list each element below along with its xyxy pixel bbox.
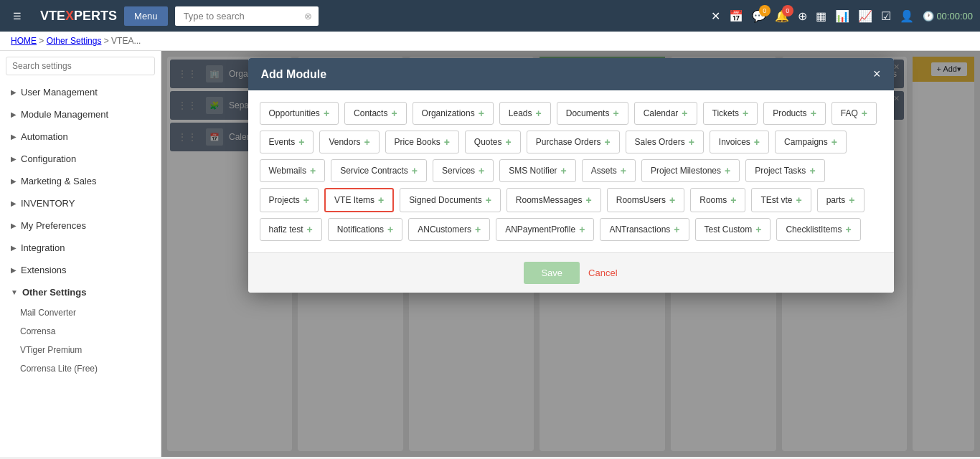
module-btn-purchase-orders[interactable]: Purchase Orders +: [527, 131, 620, 153]
sidebar-item-marketing-sales[interactable]: ▶ Marketing & Sales: [0, 170, 161, 192]
module-btn-faq[interactable]: FAQ +: [831, 102, 877, 125]
module-btn-vendors[interactable]: Vendors +: [319, 131, 379, 153]
sidebar-sub-item-vtiger-premium[interactable]: VTiger Premium: [0, 341, 161, 359]
sidebar-item-automation[interactable]: ▶ Automation: [0, 126, 161, 148]
module-btn-vte-items[interactable]: VTE Items +: [324, 188, 394, 212]
notifications-icon[interactable]: 🔔0: [775, 9, 789, 23]
module-btn-project-tasks[interactable]: Project Tasks +: [745, 159, 824, 182]
modal-body: Opportunities +Contacts +Organizations +…: [248, 90, 894, 252]
add-module-modal: Add Module × Opportunities +Contacts +Or…: [248, 58, 894, 293]
breadcrumb: HOME > Other Settings > VTEA...: [11, 36, 141, 46]
sub-header: HOME > Other Settings > VTEA...: [0, 32, 980, 51]
module-btn-tickets[interactable]: Tickets +: [703, 102, 758, 125]
vtiger-icon[interactable]: ✕: [711, 9, 720, 23]
sidebar-item-module-management[interactable]: ▶ Module Management: [0, 103, 161, 126]
content-area: ⋮⋮ 🏢 Organizations ✕ ⋮⋮ 🧩 Separator ✕ ⋮⋮…: [161, 51, 980, 457]
module-btn-test-vte[interactable]: TEst vte +: [751, 188, 811, 212]
chat-badge: 0: [759, 5, 771, 16]
module-btn-quotes[interactable]: Quotes +: [465, 131, 521, 153]
module-btn-leads[interactable]: Leads +: [499, 102, 551, 125]
grid-icon[interactable]: ▦: [816, 9, 826, 23]
module-btn-calendar[interactable]: Calendar +: [634, 102, 697, 125]
hamburger-menu[interactable]: ☰: [7, 8, 27, 24]
module-btn-rooms[interactable]: Rooms +: [690, 188, 745, 212]
module-btn-opportunities[interactable]: Opportunities +: [260, 102, 339, 125]
breadcrumb-current: VTEA...: [111, 36, 141, 46]
module-btn-events[interactable]: Events +: [260, 131, 314, 153]
menu-button[interactable]: Menu: [124, 6, 168, 26]
module-btn-antransactions[interactable]: ANTransactions +: [600, 218, 689, 241]
main-layout: ▶ User Management ▶ Module Management ▶ …: [0, 51, 980, 457]
timer-display: 🕐 00:00:00: [923, 11, 973, 22]
modal-header: Add Module ×: [248, 58, 894, 90]
chat-icon[interactable]: 💬0: [752, 9, 766, 23]
sidebar-search-container: [0, 51, 161, 81]
module-btn-products[interactable]: Products +: [763, 102, 826, 125]
sidebar-item-configuration[interactable]: ▶ Configuration: [0, 148, 161, 170]
sidebar-item-integration[interactable]: ▶ Integration: [0, 237, 161, 259]
module-btn-roomsmessages[interactable]: RoomsMessages +: [507, 188, 601, 212]
sidebar-search-input[interactable]: [6, 57, 155, 75]
module-btn-signed-documents[interactable]: Signed Documents +: [400, 188, 501, 212]
calendar-nav-icon[interactable]: 📅: [729, 9, 743, 23]
save-button[interactable]: Save: [524, 262, 580, 284]
modal-title: Add Module: [261, 68, 327, 81]
module-btn-anpaymentprofile[interactable]: ANPaymentProfile +: [496, 218, 594, 241]
sidebar-item-user-management[interactable]: ▶ User Management: [0, 81, 161, 103]
bar-chart-icon[interactable]: 📈: [858, 9, 872, 23]
module-btn-assets[interactable]: Assets +: [582, 159, 636, 182]
module-btn-invoices[interactable]: Invoices +: [710, 131, 769, 153]
user-icon[interactable]: 👤: [900, 9, 914, 23]
module-btn-price-books[interactable]: Price Books +: [385, 131, 459, 153]
notifications-badge: 0: [782, 5, 793, 16]
chart-icon[interactable]: 📊: [835, 9, 849, 23]
modal-footer: Save Cancel: [248, 252, 894, 293]
sidebar-item-my-preferences[interactable]: ▶ My Preferences: [0, 214, 161, 237]
breadcrumb-other-settings[interactable]: Other Settings: [47, 36, 102, 46]
sidebar-item-extensions[interactable]: ▶ Extensions: [0, 259, 161, 281]
sidebar-sub-item-mail-converter[interactable]: Mail Converter: [0, 303, 161, 322]
module-btn-hafiz-test[interactable]: hafiz test +: [260, 218, 322, 241]
module-btn-parts[interactable]: parts +: [817, 188, 864, 212]
modal-overlay: Add Module × Opportunities +Contacts +Or…: [161, 51, 980, 457]
modal-close-button[interactable]: ×: [873, 67, 881, 82]
sidebar-sub-item-corrensa-lite[interactable]: Corrensa Lite (Free): [0, 359, 161, 378]
module-btn-roomsusers[interactable]: RoomsUsers +: [607, 188, 685, 212]
nav-icons: ✕ 📅 💬0 🔔0 ⊕ ▦ 📊 📈 ☑ 👤 🕐 00:00:00: [711, 9, 973, 23]
module-btn-notifications[interactable]: Notifications +: [328, 218, 403, 241]
module-btn-projects[interactable]: Projects +: [260, 188, 319, 212]
module-btn-service-contracts[interactable]: Service Contracts +: [331, 159, 427, 182]
module-btn-contacts[interactable]: Contacts +: [344, 102, 407, 125]
top-navbar: ☰ VTEXPERTS Menu ⊗ ✕ 📅 💬0 🔔0 ⊕ ▦ 📊 📈 ☑ 👤…: [0, 0, 980, 32]
module-btn-checklistitems[interactable]: ChecklistItems +: [776, 218, 860, 241]
checklist-icon[interactable]: ☑: [881, 9, 891, 23]
app-logo: VTEXPERTS: [40, 9, 117, 24]
module-btn-project-milestones[interactable]: Project Milestones +: [641, 159, 740, 182]
breadcrumb-home[interactable]: HOME: [11, 36, 37, 46]
add-icon[interactable]: ⊕: [798, 9, 807, 23]
module-btn-sms-notifier[interactable]: SMS Notifier +: [499, 159, 576, 182]
module-btn-test-custom[interactable]: Test Custom +: [695, 218, 771, 241]
global-search-input[interactable]: [175, 6, 319, 26]
sidebar-item-other-settings[interactable]: ▼ Other Settings: [0, 281, 161, 303]
module-btn-organizations[interactable]: Organizations +: [413, 102, 494, 125]
sidebar: ▶ User Management ▶ Module Management ▶ …: [0, 51, 161, 457]
sidebar-item-inventory[interactable]: ▶ INVENTORY: [0, 192, 161, 214]
sidebar-sub-item-corrensa[interactable]: Corrensa: [0, 322, 161, 341]
module-btn-services[interactable]: Services +: [433, 159, 494, 182]
module-btn-ancustomers[interactable]: ANCustomers +: [408, 218, 490, 241]
module-btn-webmails[interactable]: Webmails +: [260, 159, 326, 182]
cancel-button[interactable]: Cancel: [588, 268, 617, 278]
module-btn-sales-orders[interactable]: Sales Orders +: [626, 131, 704, 153]
module-btn-documents[interactable]: Documents +: [557, 102, 628, 125]
module-btn-campaigns[interactable]: Campaigns +: [775, 131, 847, 153]
